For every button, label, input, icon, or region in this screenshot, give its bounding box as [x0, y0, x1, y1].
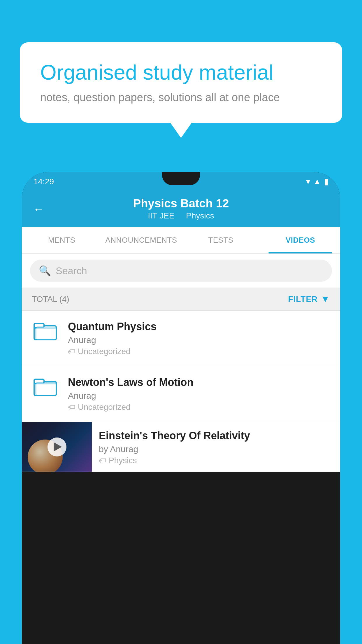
play-button[interactable] — [48, 438, 66, 456]
video-info: Newton's Laws of Motion Anurag 🏷 Uncateg… — [68, 376, 331, 412]
video-thumbnail — [22, 422, 92, 472]
filter-bar: TOTAL (4) FILTER ▼ — [22, 288, 340, 311]
speech-bubble: Organised study material notes, question… — [20, 42, 342, 123]
folder-icon — [34, 376, 57, 397]
notch — [162, 172, 200, 185]
status-icons: ▾ ▲ ▮ — [306, 177, 328, 186]
video-tag-label: Uncategorized — [78, 347, 131, 356]
video-author: Anurag — [68, 335, 331, 345]
play-triangle-icon — [54, 442, 62, 452]
video-title: Newton's Laws of Motion — [68, 376, 331, 388]
filter-button[interactable]: FILTER ▼ — [288, 294, 330, 304]
folder-icon — [34, 321, 57, 341]
header-title: Physics Batch 12 — [133, 197, 229, 210]
tab-ments[interactable]: MENTS — [22, 227, 101, 253]
app-header: ← Physics Batch 12 IIT JEE Physics — [22, 191, 340, 227]
svg-rect-2 — [36, 327, 56, 340]
list-item[interactable]: Quantum Physics Anurag 🏷 Uncategorized — [22, 311, 340, 366]
battery-icon: ▮ — [324, 177, 328, 186]
video-title: Einstein's Theory Of Relativity — [99, 430, 333, 442]
tag-icon: 🏷 — [68, 347, 75, 356]
signal-icon: ▲ — [313, 177, 321, 186]
video-title: Quantum Physics — [68, 321, 331, 333]
hero-title: Organised study material — [40, 60, 322, 85]
video-tag: 🏷 Physics — [99, 456, 333, 465]
video-tag-label: Physics — [109, 456, 137, 465]
tag-icon: 🏷 — [99, 456, 106, 465]
hero-section: Organised study material notes, question… — [20, 42, 342, 123]
back-button[interactable]: ← — [33, 202, 45, 216]
header-subtitle-iitjee: IIT JEE — [148, 211, 174, 220]
search-icon: 🔍 — [39, 265, 51, 276]
folder-icon-container — [31, 376, 60, 397]
video-tag-label: Uncategorized — [78, 402, 131, 412]
header-subtitle: IIT JEE Physics — [145, 211, 217, 220]
video-author: by Anurag — [99, 444, 333, 454]
header-subtitle-physics: Physics — [186, 211, 214, 220]
video-tag: 🏷 Uncategorized — [68, 347, 331, 356]
tab-videos[interactable]: VIDEOS — [261, 227, 340, 253]
tabs-bar: MENTS ANNOUNCEMENTS TESTS VIDEOS — [22, 227, 340, 254]
status-bar: 14:29 ▾ ▲ ▮ — [22, 172, 340, 191]
list-item[interactable]: Newton's Laws of Motion Anurag 🏷 Uncateg… — [22, 366, 340, 422]
status-time: 14:29 — [34, 177, 54, 186]
filter-label: FILTER — [288, 295, 318, 304]
video-info: Quantum Physics Anurag 🏷 Uncategorized — [68, 321, 331, 356]
folder-icon-container — [31, 321, 60, 341]
filter-funnel-icon: ▼ — [321, 294, 330, 304]
tab-tests[interactable]: TESTS — [181, 227, 261, 253]
list-item[interactable]: Einstein's Theory Of Relativity by Anura… — [22, 422, 340, 472]
phone-frame: 14:29 ▾ ▲ ▮ ← Physics Batch 12 IIT JEE P… — [22, 172, 340, 644]
total-count: TOTAL (4) — [32, 295, 69, 304]
video-list: Quantum Physics Anurag 🏷 Uncategorized — [22, 311, 340, 472]
tag-icon: 🏷 — [68, 403, 75, 412]
video-info: Einstein's Theory Of Relativity by Anura… — [92, 422, 340, 471]
wifi-icon: ▾ — [306, 177, 310, 186]
tab-announcements[interactable]: ANNOUNCEMENTS — [101, 227, 181, 253]
svg-rect-5 — [36, 383, 56, 396]
video-tag: 🏷 Uncategorized — [68, 402, 331, 412]
search-container: 🔍 Search — [22, 254, 340, 288]
video-author: Anurag — [68, 391, 331, 401]
search-bar[interactable]: 🔍 Search — [30, 260, 332, 282]
search-placeholder: Search — [56, 265, 87, 276]
hero-subtitle: notes, question papers, solutions all at… — [40, 91, 322, 104]
